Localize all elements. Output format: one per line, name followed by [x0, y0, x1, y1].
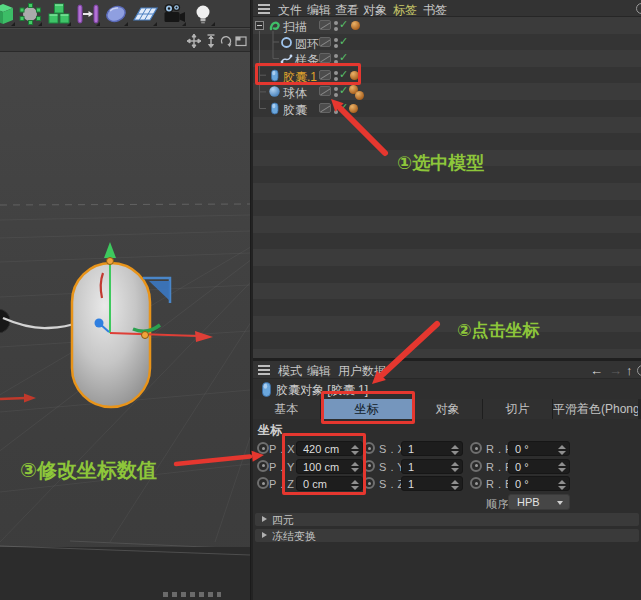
layer-toggle[interactable]	[319, 20, 331, 30]
layer-toggle[interactable]	[319, 53, 331, 63]
layer-toggle[interactable]	[319, 37, 331, 47]
scale-z-input[interactable]: 1	[401, 476, 463, 491]
chevron-down-icon	[557, 501, 563, 505]
keyframe-radio-pz[interactable]	[257, 477, 269, 489]
rotation-order-select[interactable]: HPB	[508, 494, 570, 510]
object-row-sphere[interactable]: 球体 ✓	[253, 83, 641, 100]
enabled-check-icon[interactable]: ✓	[339, 35, 348, 48]
symmetry-tool-button[interactable]	[75, 1, 101, 27]
editor-visibility-dot[interactable]	[334, 87, 338, 91]
lattice-icon	[17, 1, 43, 27]
scale-y-input[interactable]: 1	[401, 459, 463, 474]
enabled-check-icon[interactable]: ✓	[339, 84, 348, 97]
render-visibility-dot[interactable]	[334, 27, 338, 31]
object-label: 胶囊	[283, 102, 307, 119]
object-row-sweep[interactable]: 扫描 ✓	[253, 17, 641, 34]
y-axis-arrowhead[interactable]	[104, 242, 116, 258]
keyframe-radio-px[interactable]	[257, 442, 269, 454]
menu-hamburger-icon[interactable]	[258, 365, 270, 367]
editor-visibility-dot[interactable]	[334, 54, 338, 58]
pan-view-button[interactable]	[187, 34, 201, 48]
history-forward-icon[interactable]: →	[609, 363, 622, 378]
rotation-order-label: 顺序	[486, 497, 509, 512]
go-up-icon[interactable]: ↑	[626, 363, 633, 378]
menu-edit[interactable]: 编辑	[307, 363, 331, 380]
rotation-p-input[interactable]: 0 °	[508, 459, 570, 474]
collapse-expander-icon[interactable]	[255, 21, 264, 30]
menu-mode[interactable]: 模式	[278, 363, 302, 380]
lattice-tool-button[interactable]	[17, 1, 43, 27]
z-axis-dot[interactable]	[95, 319, 104, 328]
keyframe-radio-rp[interactable]	[470, 460, 482, 472]
cube-tool-button[interactable]	[0, 1, 16, 27]
light-tool-button[interactable]	[190, 1, 216, 27]
rotate-view-button[interactable]	[219, 34, 233, 48]
lock-icon[interactable]	[637, 365, 641, 376]
floor-tool-button[interactable]	[132, 1, 158, 27]
section-freeze-transform[interactable]: 冻结变换	[255, 529, 639, 542]
metaball-tool-button[interactable]	[103, 1, 129, 27]
array-tool-button[interactable]	[46, 1, 72, 27]
y-scale-dot[interactable]	[107, 258, 114, 265]
spinner-control[interactable]	[451, 445, 459, 455]
help-icon[interactable]	[636, 3, 641, 14]
metaball-icon	[103, 1, 129, 27]
z-plane-fill[interactable]	[149, 281, 170, 301]
spinner-control[interactable]	[558, 445, 566, 455]
editor-visibility-dot[interactable]	[334, 38, 338, 42]
material-tag-icon[interactable]	[349, 104, 358, 113]
sphere-icon	[268, 85, 281, 98]
spinner-control[interactable]	[451, 480, 459, 490]
editor-visibility-dot[interactable]	[334, 21, 338, 25]
zoom-view-button[interactable]	[204, 34, 218, 48]
menu-hamburger-icon[interactable]	[258, 4, 270, 6]
maximize-view-icon	[234, 34, 248, 48]
attribute-manager-menubar: 模式 编辑 用户数据 ← → ↑	[253, 361, 641, 379]
editor-visibility-dot[interactable]	[334, 104, 338, 108]
spinner-control[interactable]	[451, 462, 459, 472]
x-scale-dot[interactable]	[142, 332, 149, 339]
object-row-circle[interactable]: 圆环 ✓	[253, 34, 641, 51]
tab-slice[interactable]: 切片	[483, 399, 553, 419]
capsule-icon	[261, 382, 272, 397]
layer-toggle[interactable]	[319, 86, 331, 96]
object-row-capsule[interactable]: 胶囊 ✓	[253, 100, 641, 117]
pan-view-icon	[187, 34, 201, 48]
coordinates-section-label: 坐标	[258, 422, 282, 439]
viewport-3d[interactable]	[0, 52, 250, 600]
annotation-step2: ②点击坐标	[457, 319, 539, 342]
rotation-h-value: 0 °	[515, 443, 529, 455]
section-quaternion[interactable]: 四元	[255, 513, 639, 526]
tab-phong[interactable]: 平滑着色(Phong)	[553, 399, 638, 419]
keyframe-radio-rh[interactable]	[470, 442, 482, 454]
scale-x-input[interactable]: 1	[401, 441, 463, 456]
viewport-canvas	[0, 52, 250, 600]
enabled-check-icon[interactable]: ✓	[339, 101, 348, 114]
keyframe-radio-rb[interactable]	[470, 477, 482, 489]
x-axis-arrowhead[interactable]	[195, 331, 213, 342]
keyframe-radio-py[interactable]	[257, 460, 269, 472]
tab-basic[interactable]: 基本	[253, 399, 321, 419]
rotation-h-input[interactable]: 0 °	[508, 441, 570, 456]
layer-toggle[interactable]	[319, 103, 331, 113]
material-tag-icon[interactable]	[351, 21, 360, 30]
maximize-view-button[interactable]	[234, 34, 248, 48]
menu-user-data[interactable]: 用户数据	[338, 363, 386, 380]
rotation-b-input[interactable]: 0 °	[508, 476, 570, 491]
camera-tool-button[interactable]	[161, 1, 187, 27]
world-x-axis	[0, 394, 36, 403]
rotate-view-icon	[219, 34, 233, 48]
capsule-icon	[268, 102, 281, 115]
enabled-check-icon[interactable]: ✓	[339, 18, 348, 31]
spline-path[interactable]	[3, 318, 76, 328]
tab-object[interactable]: 对象	[413, 399, 483, 419]
rotation-p-value: 0 °	[515, 461, 529, 473]
light-bulb-icon	[190, 1, 216, 27]
render-visibility-dot[interactable]	[334, 110, 338, 114]
render-visibility-dot[interactable]	[334, 44, 338, 48]
spinner-control[interactable]	[558, 480, 566, 490]
section-label: 冻结变换	[272, 529, 316, 544]
history-back-icon[interactable]: ←	[590, 363, 603, 378]
render-visibility-dot[interactable]	[334, 93, 338, 97]
spinner-control[interactable]	[558, 462, 566, 472]
